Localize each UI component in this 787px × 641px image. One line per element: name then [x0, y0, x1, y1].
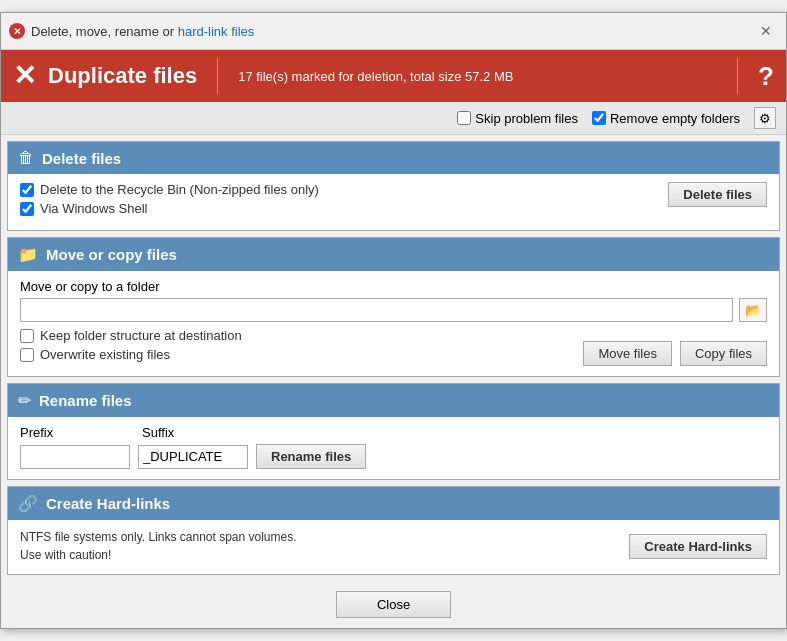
delete-section-title: Delete files	[42, 150, 121, 167]
suffix-label: Suffix	[142, 425, 174, 440]
hardlink-description: NTFS file systems only. Links cannot spa…	[20, 528, 320, 564]
recycle-bin-label: Delete to the Recycle Bin (Non-zipped fi…	[40, 182, 319, 197]
hardlink-body: NTFS file systems only. Links cannot spa…	[20, 528, 767, 564]
title-bar: ✕ Delete, move, rename or hard-link file…	[1, 13, 786, 50]
prefix-label: Prefix	[20, 425, 130, 440]
keep-structure-row: Keep folder structure at destination	[20, 328, 242, 343]
delete-section-body: Delete to the Recycle Bin (Non-zipped fi…	[8, 174, 779, 230]
move-copy-section-title: Move or copy files	[46, 246, 177, 263]
delete-row: Delete to the Recycle Bin (Non-zipped fi…	[20, 182, 767, 220]
keep-structure-checkbox[interactable]	[20, 329, 34, 343]
rename-files-button[interactable]: Rename files	[256, 444, 366, 469]
footer: Close	[1, 581, 786, 628]
copy-files-button[interactable]: Copy files	[680, 341, 767, 366]
skip-problem-files-label: Skip problem files	[475, 111, 578, 126]
rename-section-title: Rename files	[39, 392, 132, 409]
remove-empty-folders-checkbox[interactable]	[592, 111, 606, 125]
create-hardlinks-button[interactable]: Create Hard-links	[629, 534, 767, 559]
window-close-button[interactable]: ✕	[754, 19, 778, 43]
windows-shell-checkbox[interactable]	[20, 202, 34, 216]
folder-input-row: 📂	[20, 298, 767, 322]
rename-icon: ✏	[18, 391, 31, 410]
header-info: 17 file(s) marked for deletion, total si…	[238, 69, 717, 84]
keep-structure-label: Keep folder structure at destination	[40, 328, 242, 343]
windows-shell-label: Via Windows Shell	[40, 201, 147, 216]
title-link[interactable]: hard-link files	[178, 24, 255, 39]
delete-checks: Delete to the Recycle Bin (Non-zipped fi…	[20, 182, 668, 220]
overwrite-files-checkbox[interactable]	[20, 348, 34, 362]
header-bar: ✕ Duplicate files 17 file(s) marked for …	[1, 50, 786, 102]
move-copy-section-body: Move or copy to a folder 📂 Keep folder s…	[8, 271, 779, 376]
trash-icon: 🗑	[18, 149, 34, 167]
delete-section-header: 🗑 Delete files	[8, 142, 779, 174]
folder-path-label: Move or copy to a folder	[20, 279, 159, 294]
header-title: Duplicate files	[48, 63, 197, 89]
windows-shell-row: Via Windows Shell	[20, 201, 668, 216]
folder-icon: 📁	[18, 245, 38, 264]
move-copy-actions: Move files Copy files	[583, 341, 767, 366]
title-text: Delete, move, rename or hard-link files	[31, 24, 254, 39]
header-divider-2	[737, 58, 738, 94]
header-help-icon[interactable]: ?	[758, 61, 774, 92]
remove-empty-folders-label: Remove empty folders	[610, 111, 740, 126]
rename-section: ✏ Rename files Prefix Suffix Rename file…	[7, 383, 780, 480]
title-bar-left: ✕ Delete, move, rename or hard-link file…	[9, 23, 254, 39]
move-copy-section-header: 📁 Move or copy files	[8, 238, 779, 271]
rename-section-header: ✏ Rename files	[8, 384, 779, 417]
recycle-bin-checkbox[interactable]	[20, 183, 34, 197]
hardlink-icon: 🔗	[18, 494, 38, 513]
browse-folder-button[interactable]: 📂	[739, 298, 767, 322]
skip-problem-files-option: Skip problem files	[457, 111, 578, 126]
recycle-bin-row: Delete to the Recycle Bin (Non-zipped fi…	[20, 182, 668, 197]
suffix-input[interactable]	[138, 445, 248, 469]
rename-inputs: Rename files	[20, 444, 767, 469]
browse-folder-icon: 📂	[745, 303, 762, 318]
folder-path-input[interactable]	[20, 298, 733, 322]
rename-labels: Prefix Suffix	[20, 425, 767, 440]
overwrite-files-row: Overwrite existing files	[20, 347, 242, 362]
hardlink-section-body: NTFS file systems only. Links cannot spa…	[8, 520, 779, 574]
settings-gear-button[interactable]: ⚙	[754, 107, 776, 129]
hardlink-section: 🔗 Create Hard-links NTFS file systems on…	[7, 486, 780, 575]
title-icon: ✕	[9, 23, 25, 39]
header-x-icon: ✕	[13, 62, 36, 90]
move-copy-section: 📁 Move or copy files Move or copy to a f…	[7, 237, 780, 377]
skip-problem-files-checkbox[interactable]	[457, 111, 471, 125]
prefix-input[interactable]	[20, 445, 130, 469]
hardlink-section-header: 🔗 Create Hard-links	[8, 487, 779, 520]
main-window: ✕ Delete, move, rename or hard-link file…	[0, 12, 787, 629]
remove-empty-folders-option: Remove empty folders	[592, 111, 740, 126]
header-divider	[217, 58, 218, 94]
rename-section-body: Prefix Suffix Rename files	[8, 417, 779, 479]
delete-files-button[interactable]: Delete files	[668, 182, 767, 207]
delete-section: 🗑 Delete files Delete to the Recycle Bin…	[7, 141, 780, 231]
options-bar: Skip problem files Remove empty folders …	[1, 102, 786, 135]
move-copy-options: Keep folder structure at destination Ove…	[20, 328, 242, 366]
move-files-button[interactable]: Move files	[583, 341, 672, 366]
overwrite-files-label: Overwrite existing files	[40, 347, 170, 362]
hardlink-section-title: Create Hard-links	[46, 495, 170, 512]
close-main-button[interactable]: Close	[336, 591, 451, 618]
